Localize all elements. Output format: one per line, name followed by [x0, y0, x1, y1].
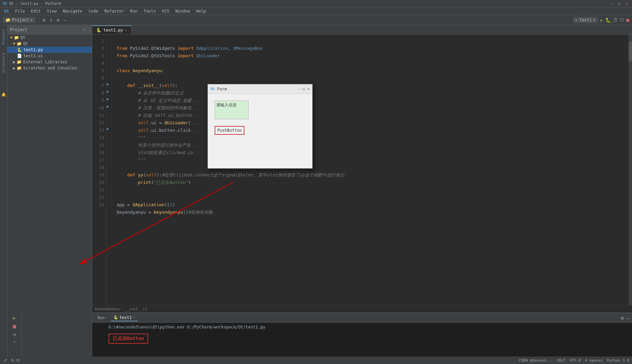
app-logo: Qt: [3, 1, 7, 6]
app-window: Qt Qt - test1.py - PyCharm — □ ✕ Qt File…: [0, 0, 632, 364]
menu-item-navigate[interactable]: Navigate: [60, 8, 85, 14]
breadcrumb-sep: ›: [121, 307, 123, 311]
close-button[interactable]: ✕: [625, 2, 629, 5]
profile-button[interactable]: ⏱: [613, 17, 618, 23]
qt-form-body: 请输入信息 PushButton: [208, 94, 312, 142]
qt-text-input[interactable]: 请输入信息: [215, 101, 249, 119]
editor-tab-bar: 🐍 test1.py ✕: [92, 25, 632, 35]
stop-execute-icon[interactable]: ■: [13, 323, 16, 329]
run-output-text: 已点击Button: [108, 334, 148, 344]
run-command-text: G:\Anaconda3\envs\Qt\python.exe G:/PyCha…: [108, 325, 616, 329]
menu-bar: Qt File Edit View Navigate Code Refactor…: [0, 7, 632, 15]
title-bar: Qt Qt - test1.py - PyCharm — □ ✕: [0, 0, 632, 7]
run-settings-icon[interactable]: ⚙: [621, 315, 624, 321]
folder-open-icon: ▼: [10, 35, 13, 40]
menu-item-window[interactable]: Window: [173, 8, 193, 14]
project-dropdown-button[interactable]: 📁 Project ▾: [3, 17, 36, 23]
run-tab-name: test1: [120, 315, 132, 320]
git-icon: ⎇: [3, 358, 7, 363]
code-editor[interactable]: 1 2 3 4 5 6 7 8 9 10 11 12 13 14 15 16 1: [92, 35, 632, 305]
qt-push-button-label: PushButton: [217, 128, 242, 133]
scroll-end-icon[interactable]: ↓: [13, 339, 16, 344]
run-execute-icon[interactable]: ▶: [13, 315, 16, 321]
crlf-label: CRLF: [556, 358, 566, 363]
qt-dialog-max[interactable]: □: [302, 87, 305, 91]
qt-form-title-text: Qt Form: [211, 87, 227, 91]
project-settings-icon[interactable]: ⚙: [83, 27, 86, 32]
maximize-button[interactable]: □: [617, 2, 622, 5]
project-view-tab[interactable]: Project: [1, 28, 6, 46]
menu-item-refactor[interactable]: Refactor: [102, 8, 127, 14]
menu-item-qt[interactable]: Qt: [1, 8, 12, 14]
tree-item-test1ui[interactable]: 📄 test1.ui: [7, 53, 92, 59]
menu-item-tools[interactable]: Tools: [141, 8, 158, 14]
menu-item-vcs[interactable]: VCS: [159, 8, 172, 14]
sync-icon[interactable]: ↕: [48, 17, 54, 23]
project-panel-header: Project ⚙ —: [7, 25, 92, 35]
menu-item-edit[interactable]: Edit: [28, 8, 43, 14]
scroll-thumb[interactable]: [629, 41, 632, 62]
run-config-dropdown[interactable]: ▶ test1 ▾: [573, 17, 598, 23]
external-libs-chevron: ▶: [13, 60, 15, 64]
qt-root-label: Qt: [20, 35, 25, 40]
indent-label: 4 spaces: [585, 358, 603, 363]
bookmarks-icon[interactable]: ☆: [2, 83, 5, 87]
menu-item-view[interactable]: View: [44, 8, 59, 14]
file-tab-test1py[interactable]: 🐍 test1.py ✕: [92, 25, 132, 34]
qt-dialog-controls: — □ ✕: [297, 87, 310, 91]
menu-item-code[interactable]: Code: [86, 8, 101, 14]
qt-folder-icon: 📁: [14, 35, 19, 40]
line-col: 8:33: [11, 358, 20, 363]
breadcrumb-method[interactable]: __init__(): [124, 307, 147, 311]
run-hide-icon[interactable]: —: [627, 315, 629, 321]
tab-filename: test1.py: [103, 28, 123, 33]
structure-view-tab[interactable]: Structure: [1, 51, 6, 74]
qt-dialog-min[interactable]: —: [297, 87, 300, 91]
tree-item-workspace[interactable]: ▼ 📁 Qt: [7, 41, 92, 47]
project-panel-title: Project: [10, 27, 27, 32]
stop-button[interactable]: ■: [627, 17, 629, 23]
menu-item-run[interactable]: Run: [127, 8, 140, 14]
scratches-label: Scratches and Consoles: [23, 66, 77, 70]
chevron-down-icon: ▾: [31, 18, 33, 22]
code-content[interactable]: from PySide2.QtWidgets import QApplicati…: [113, 35, 629, 305]
menu-item-file[interactable]: File: [12, 8, 27, 14]
menu-item-help[interactable]: Help: [194, 8, 209, 14]
csdn-label: CSDN @beyond...: [519, 358, 552, 363]
qt-dialog-close[interactable]: ✕: [307, 87, 310, 91]
tree-item-scratches[interactable]: ▶ 📁 Scratches and Consoles: [7, 65, 92, 71]
run-tab-bar: Run: 🐍 test1 ✕ ⚙ —: [92, 313, 632, 323]
tab-py-icon: 🐍: [96, 28, 101, 33]
tree-item-qt-root[interactable]: ▼ 📁 Qt: [7, 35, 92, 41]
debug-button[interactable]: 🐛: [605, 17, 611, 23]
tree-item-test1py[interactable]: 🐍 test1.py: [7, 47, 92, 53]
run-output-area: G:\Anaconda3\envs\Qt\python.exe G:/PyCha…: [92, 323, 632, 357]
run-tab-close-icon[interactable]: ✕: [133, 316, 135, 319]
qt-dialog-icon: Qt: [211, 87, 215, 91]
notifications-icon[interactable]: 🔔: [1, 92, 6, 97]
encoding-label: UTF-8: [570, 358, 581, 363]
left-activity-bar: Project Structure ☆ 🔔: [0, 25, 7, 357]
run-button[interactable]: ▶: [600, 17, 603, 23]
run-tab-active[interactable]: 🐍 test1 ✕: [111, 315, 138, 321]
tab-close-icon[interactable]: ✕: [125, 28, 127, 32]
project-hide-icon[interactable]: —: [87, 27, 89, 32]
settings-icon[interactable]: ⚙: [41, 17, 47, 23]
collapse-icon[interactable]: —: [62, 17, 67, 23]
menu-icon[interactable]: ≡: [55, 17, 61, 23]
qt-form-title-bar: Qt Form — □ ✕: [208, 84, 312, 94]
ui-file-icon: 📄: [17, 53, 22, 58]
run-config-chevron: ▾: [593, 18, 595, 22]
gutter: ◆ ◆ ◆ ◆ ◆: [106, 35, 113, 305]
minimize-button[interactable]: —: [610, 2, 614, 5]
vertical-scrollbar[interactable]: [629, 35, 632, 305]
tree-item-external-libs[interactable]: ▶ 📁 External Libraries: [7, 59, 92, 65]
qt-push-button[interactable]: PushButton: [215, 126, 244, 135]
breadcrumb-class[interactable]: beyondyanyu: [95, 307, 120, 311]
coverage-button[interactable]: 🛡: [620, 17, 625, 23]
external-libs-icon: 📁: [17, 60, 22, 64]
folder-icon: 📁: [5, 18, 11, 22]
scratches-chevron: ▶: [13, 66, 15, 70]
rerun-icon[interactable]: ↺: [13, 331, 16, 337]
run-config-icon: ▶: [576, 18, 578, 22]
